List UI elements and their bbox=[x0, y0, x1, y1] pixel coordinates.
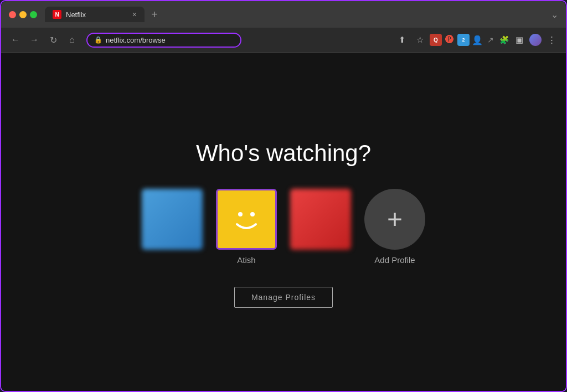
home-button[interactable]: ⌂ bbox=[64, 32, 80, 48]
address-bar[interactable]: 🔒 netflix.com/browse bbox=[86, 33, 241, 48]
profile-blue-avatar bbox=[142, 189, 203, 250]
close-button[interactable] bbox=[9, 11, 16, 18]
ext-icon-3[interactable]: 👤 bbox=[472, 34, 483, 45]
sidebar-button[interactable]: ▣ bbox=[512, 32, 527, 48]
tab-close-button[interactable]: × bbox=[132, 10, 137, 19]
tab-title: Netflix bbox=[66, 11, 86, 19]
svg-point-1 bbox=[250, 212, 255, 216]
smiley-svg bbox=[227, 200, 266, 239]
maximize-button[interactable] bbox=[30, 11, 37, 18]
reload-button[interactable]: ↻ bbox=[45, 32, 61, 48]
address-text: netflix.com/browse bbox=[106, 36, 166, 44]
ext-icon-2[interactable]: 2 bbox=[457, 34, 470, 46]
add-profile-label: Add Profile bbox=[374, 255, 415, 265]
browser-profile-avatar[interactable] bbox=[529, 34, 542, 46]
profile-blue[interactable] bbox=[142, 189, 203, 255]
nav-actions: ⬆ ☆ Q 🅟 2 👤 ↗ 🧩 ▣ ⋮ bbox=[394, 32, 559, 48]
ext-icon-pocket[interactable]: 🅟 bbox=[444, 34, 455, 45]
minimize-button[interactable] bbox=[19, 11, 27, 18]
navigation-bar: ← → ↻ ⌂ 🔒 netflix.com/browse ⬆ ☆ Q 🅟 2 👤… bbox=[1, 28, 566, 53]
add-profile-circle: + bbox=[364, 189, 425, 250]
traffic-lights bbox=[9, 11, 37, 18]
lock-icon: 🔒 bbox=[94, 36, 102, 44]
add-icon: + bbox=[387, 206, 403, 233]
browser-window: N Netflix × + ⌄ ← → ↻ ⌂ 🔒 netflix.com/br… bbox=[1, 1, 566, 392]
new-tab-button[interactable]: + bbox=[151, 8, 158, 21]
smiley-face bbox=[218, 190, 275, 248]
tab-favicon: N bbox=[53, 10, 61, 19]
share-button[interactable]: ⬆ bbox=[394, 32, 410, 48]
ext-icon-1[interactable]: Q bbox=[430, 34, 442, 46]
manage-profiles-button[interactable]: Manage Profiles bbox=[234, 287, 333, 308]
browser-tab[interactable]: N Netflix × bbox=[45, 7, 145, 22]
who-watching-heading: Who's watching? bbox=[196, 140, 371, 167]
profile-atish-name: Atish bbox=[237, 255, 255, 265]
add-profile[interactable]: + Add Profile bbox=[364, 189, 425, 265]
svg-point-0 bbox=[238, 212, 243, 216]
profile-atish[interactable]: Atish bbox=[216, 189, 277, 265]
profile-atish-avatar bbox=[216, 189, 277, 250]
profiles-container: Atish + Add Profile bbox=[142, 189, 425, 265]
back-button[interactable]: ← bbox=[8, 32, 23, 48]
forward-button[interactable]: → bbox=[27, 32, 42, 48]
ext-icon-puzzle[interactable]: 🧩 bbox=[498, 34, 509, 45]
netflix-page: Who's watching? bbox=[1, 53, 566, 392]
menu-button[interactable]: ⋮ bbox=[544, 32, 559, 48]
profile-red-avatar bbox=[290, 189, 351, 250]
tab-overflow-button[interactable]: ⌄ bbox=[551, 9, 558, 20]
title-bar: N Netflix × + ⌄ bbox=[1, 1, 566, 28]
bookmark-button[interactable]: ☆ bbox=[412, 32, 427, 48]
ext-icon-4[interactable]: ↗ bbox=[485, 34, 496, 45]
profile-red[interactable] bbox=[290, 189, 351, 255]
